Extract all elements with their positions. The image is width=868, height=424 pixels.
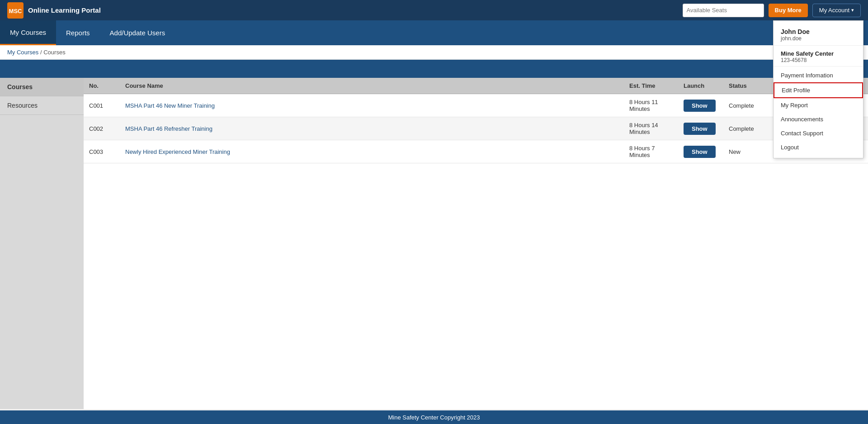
sidebar-item-courses[interactable]: Courses <box>0 78 84 96</box>
dropdown-org-name: Mine Safety Center <box>781 50 856 57</box>
main-container: Courses Resources No. Course Name Est. T… <box>0 78 868 409</box>
show-button[interactable]: Show <box>684 123 716 135</box>
dropdown-item[interactable]: Logout <box>774 140 863 154</box>
dropdown-user-email: john.doe <box>781 35 856 42</box>
courses-table: No. Course Name Est. Time Launch Status … <box>84 78 868 163</box>
footer: Mine Safety Center Copyright 2023 <box>0 410 868 424</box>
app-title: Online Learning Portal <box>28 6 101 14</box>
breadcrumb: My Courses / Courses <box>0 45 868 60</box>
cell-launch: Show <box>678 140 723 163</box>
table-row: C001 MSHA Part 46 New Miner Training 8 H… <box>84 94 868 117</box>
main-content: No. Course Name Est. Time Launch Status … <box>84 78 868 409</box>
cell-status: New <box>723 140 769 163</box>
dropdown-user-info: John Doe john.doe <box>774 24 863 46</box>
cell-name: MSHA Part 46 New Miner Training <box>120 94 624 117</box>
cell-no: C003 <box>84 140 120 163</box>
dropdown-user-name: John Doe <box>781 28 856 35</box>
msc-logo-icon: MSC <box>7 2 24 19</box>
dropdown-item[interactable]: My Report <box>774 98 863 112</box>
cell-no: C001 <box>84 94 120 117</box>
dropdown-org-id: 123-45678 <box>781 57 856 63</box>
col-header-name: Course Name <box>120 78 624 94</box>
dropdown-items-container: Payment InfomationEdit ProfileMy ReportA… <box>774 68 863 154</box>
cell-name: MSHA Part 46 Refresher Training <box>120 117 624 140</box>
col-header-est: Est. Time <box>624 78 678 94</box>
dropdown-item[interactable]: Payment Infomation <box>774 68 863 82</box>
dropdown-item[interactable]: Contact Support <box>774 126 863 140</box>
cell-est-time: 8 Hours 14 Minutes <box>624 117 678 140</box>
nav-item-add-update-users[interactable]: Add/Update Users <box>100 20 175 45</box>
footer-text: Mine Safety Center Copyright 2023 <box>388 414 480 421</box>
col-header-status: Status <box>723 78 769 94</box>
breadcrumb-courses: Courses <box>43 49 65 56</box>
dropdown-item[interactable]: Announcements <box>774 112 863 126</box>
header-right: Buy More My Account <box>683 4 861 17</box>
available-seats-input[interactable] <box>683 4 764 17</box>
my-account-button[interactable]: My Account <box>812 4 861 17</box>
nav-item-reports[interactable]: Reports <box>56 20 100 45</box>
buy-more-button[interactable]: Buy More <box>769 4 808 17</box>
header: MSC Online Learning Portal Buy More My A… <box>0 0 868 20</box>
sidebar: Courses Resources <box>0 78 84 409</box>
table-row: C002 MSHA Part 46 Refresher Training 8 H… <box>84 117 868 140</box>
account-dropdown-menu: John Doe john.doe Mine Safety Center 123… <box>773 20 863 158</box>
logo: MSC <box>7 2 24 19</box>
cell-status: Complete <box>723 94 769 117</box>
svg-text:MSC: MSC <box>9 8 23 14</box>
cell-launch: Show <box>678 94 723 117</box>
nav-item-my-courses[interactable]: My Courses <box>0 20 56 45</box>
cell-est-time: 8 Hours 11 Minutes <box>624 94 678 117</box>
breadcrumb-my-courses[interactable]: My Courses <box>7 49 38 56</box>
dropdown-org: Mine Safety Center 123-45678 <box>774 48 863 67</box>
cell-name: Newly Hired Experienced Miner Training <box>120 140 624 163</box>
cell-no: C002 <box>84 117 120 140</box>
col-header-launch: Launch <box>678 78 723 94</box>
table-header-row: No. Course Name Est. Time Launch Status … <box>84 78 868 94</box>
cell-launch: Show <box>678 117 723 140</box>
navbar: My Courses Reports Add/Update Users <box>0 20 868 45</box>
cell-est-time: 8 Hours 7 Minutes <box>624 140 678 163</box>
sidebar-item-resources[interactable]: Resources <box>0 96 84 115</box>
show-button[interactable]: Show <box>684 146 716 158</box>
cell-status: Complete <box>723 117 769 140</box>
table-row: C003 Newly Hired Experienced Miner Train… <box>84 140 868 163</box>
col-header-no: No. <box>84 78 120 94</box>
dropdown-item[interactable]: Edit Profile <box>774 82 863 98</box>
show-button[interactable]: Show <box>684 100 716 112</box>
blue-band <box>0 60 868 78</box>
header-left: MSC Online Learning Portal <box>7 2 101 19</box>
